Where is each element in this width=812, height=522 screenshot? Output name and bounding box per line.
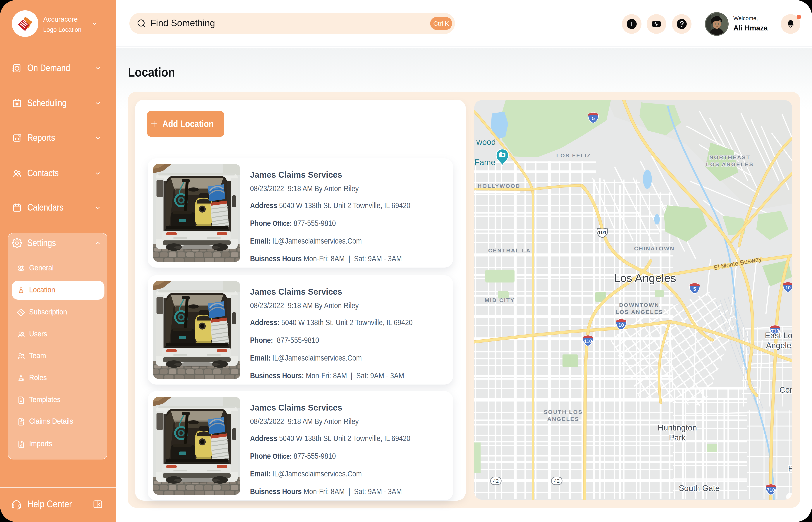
- svg-text:wood: wood: [476, 138, 496, 146]
- svg-text:Bel: Bel: [788, 464, 792, 473]
- svg-text:5: 5: [592, 116, 595, 121]
- svg-text:10: 10: [618, 322, 624, 328]
- svg-text:East Los: East Los: [765, 331, 792, 340]
- svg-text:101: 101: [598, 229, 607, 235]
- svg-text:42: 42: [554, 478, 559, 484]
- svg-text:LOS ANGELES: LOS ANGELES: [706, 161, 754, 167]
- svg-text:ANGELES: ANGELES: [547, 416, 579, 422]
- svg-text:MID CITY: MID CITY: [484, 297, 515, 303]
- svg-text:LOS ANGELES: LOS ANGELES: [615, 309, 663, 315]
- svg-text:LOS FELIZ: LOS FELIZ: [556, 153, 591, 159]
- svg-text:NORTHEAST: NORTHEAST: [709, 154, 751, 160]
- svg-text:Angeles: Angeles: [766, 341, 792, 350]
- svg-text:SOUTH LOS: SOUTH LOS: [544, 409, 582, 415]
- svg-text:Comm: Comm: [779, 385, 792, 394]
- svg-text:Park: Park: [669, 433, 686, 442]
- svg-text:Huntington: Huntington: [658, 423, 697, 432]
- svg-text:South Gate: South Gate: [679, 484, 720, 493]
- svg-text:CHINATOWN: CHINATOWN: [634, 245, 675, 252]
- svg-text:Fame: Fame: [475, 158, 495, 167]
- svg-text:CENTRAL LA: CENTRAL LA: [488, 247, 531, 254]
- svg-text:110: 110: [584, 339, 592, 344]
- svg-text:HOLLYWOOD: HOLLYWOOD: [478, 183, 520, 189]
- svg-text:5: 5: [693, 286, 696, 292]
- svg-text:42: 42: [493, 478, 499, 484]
- svg-text:DOWNTOWN: DOWNTOWN: [619, 302, 659, 308]
- svg-text:710: 710: [767, 487, 775, 493]
- svg-text:10: 10: [786, 285, 791, 290]
- svg-text:Los Angeles: Los Angeles: [614, 272, 676, 284]
